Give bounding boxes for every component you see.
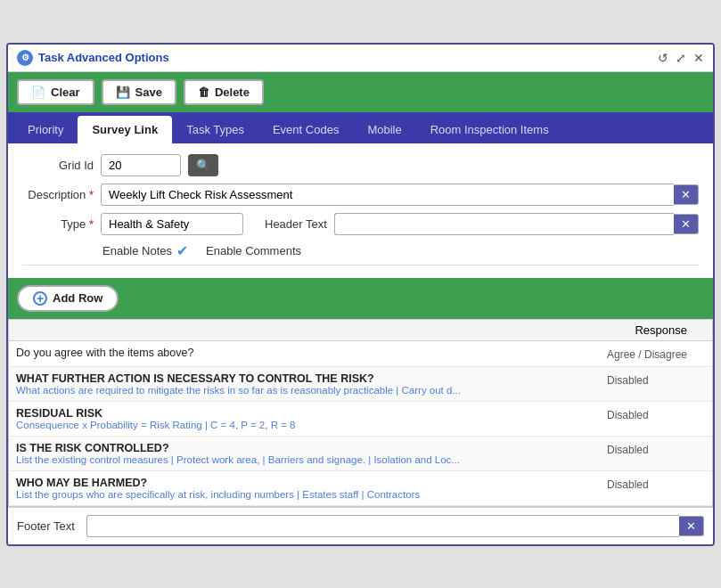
tab-survey-link[interactable]: Survey Link [78,116,172,143]
footer-input-wrap: ✕ [86,515,704,537]
plus-icon: + [33,291,47,306]
grid-header: Response [9,320,712,341]
row-content: IS THE RISK CONTROLLED? List the existin… [16,442,607,465]
footer-label: Footer Text [17,519,79,533]
row-title: WHO MAY BE HARMED? [16,477,607,489]
row-subtitle: Consequence x Probability = Risk Rating … [16,420,497,430]
tab-mobile[interactable]: Mobile [353,116,415,143]
table-row[interactable]: RESIDUAL RISK Consequence x Probability … [9,402,712,437]
clear-button[interactable]: 📄 Clear [17,79,94,105]
row-response: Disabled [607,407,705,421]
nav-tabs: Priority Survey Link Task Types Event Co… [8,112,713,143]
tab-task-types[interactable]: Task Types [172,116,258,143]
row-title: WHAT FURTHER ACTION IS NECESSARY TO CONT… [16,372,607,385]
grid-area: Response Do you agree with the items abo… [8,319,713,507]
checkboxes-row: Enable Notes ✔ Enable Comments [22,242,699,259]
expand-icon[interactable]: ⤢ [676,52,686,64]
row-subtitle: List the groups who are specifically at … [16,489,497,500]
header-text-label: Header Text [265,217,327,231]
response-header: Response [635,323,705,337]
main-window: ⚙ Task Advanced Options ↺ ⤢ ✕ 📄 Clear 💾 … [6,43,715,546]
delete-label: Delete [215,86,250,99]
description-label: Description * [22,188,94,201]
type-label: Type * [22,217,94,231]
row-response: Agree / Disagree [607,347,705,361]
header-text-clear-button[interactable]: ✕ [674,214,699,234]
window-title: Task Advanced Options [38,51,169,64]
row-subtitle: List the existing control measures | Pro… [16,454,497,465]
description-input-wrap: ✕ [101,184,699,206]
toolbar: 📄 Clear 💾 Save 🗑 Delete [8,72,713,112]
grid-id-input[interactable] [101,154,181,176]
divider [22,265,699,265]
type-input[interactable] [101,213,243,235]
table-row[interactable]: IS THE RISK CONTROLLED? List the existin… [9,437,712,471]
row-title: IS THE RISK CONTROLLED? [16,442,607,454]
settings-icon: ⚙ [17,50,33,66]
refresh-icon[interactable]: ↺ [658,52,668,64]
add-row-bar: + Add Row [8,278,713,319]
row-subtitle: What actions are required to mitigate th… [16,385,497,396]
enable-comments-label[interactable]: Enable Comments [206,244,301,257]
grid-id-label: Grid Id [22,159,94,172]
description-row: Description * ✕ [22,184,699,206]
tab-priority[interactable]: Priority [13,116,78,143]
grid-body[interactable]: Do you agree with the items above? Agree… [9,341,712,506]
footer-bar: Footer Text ✕ [8,507,713,544]
type-header-row: Type * Header Text ✕ [22,213,699,235]
save-doc-icon: 💾 [116,86,130,99]
form-area: Grid Id 🔍 Description * ✕ Type * [8,143,713,278]
search-icon: 🔍 [196,159,210,172]
row-title: Do you agree with the items above? [16,347,607,359]
save-label: Save [135,86,162,99]
tab-room-inspection[interactable]: Room Inspection Items [416,116,563,143]
delete-button[interactable]: 🗑 Delete [184,79,264,105]
header-text-input[interactable] [334,213,674,235]
row-content: WHAT FURTHER ACTION IS NECESSARY TO CONT… [16,372,607,396]
row-response: Disabled [607,442,705,456]
row-content: RESIDUAL RISK Consequence x Probability … [16,407,607,430]
header-text-input-wrap: ✕ [334,213,699,235]
row-response: Disabled [607,372,705,387]
checkmark-icon: ✔ [176,242,188,259]
description-input[interactable] [101,184,674,206]
add-row-label: Add Row [53,291,102,305]
description-clear-button[interactable]: ✕ [674,184,699,205]
search-button[interactable]: 🔍 [188,154,218,176]
title-bar-left: ⚙ Task Advanced Options [17,50,169,66]
tab-event-codes[interactable]: Event Codes [258,116,353,143]
add-row-button[interactable]: + Add Row [17,285,119,312]
enable-notes-label[interactable]: Enable Notes ✔ [102,242,188,259]
delete-bin-icon: 🗑 [198,86,209,99]
row-content: WHO MAY BE HARMED? List the groups who a… [16,477,607,500]
title-bar: ⚙ Task Advanced Options ↺ ⤢ ✕ [8,45,713,72]
grid-id-row: Grid Id 🔍 [22,154,699,176]
table-row[interactable]: WHO MAY BE HARMED? List the groups who a… [9,471,712,506]
title-bar-controls: ↺ ⤢ ✕ [658,52,704,64]
required-star: * [89,188,94,201]
close-icon[interactable]: ✕ [693,52,704,64]
clear-label: Clear [51,86,80,99]
footer-clear-button[interactable]: ✕ [679,516,704,536]
save-button[interactable]: 💾 Save [102,79,176,105]
footer-text-input[interactable] [86,515,679,537]
type-required-star: * [89,217,94,231]
row-response: Disabled [607,477,705,491]
table-row[interactable]: WHAT FURTHER ACTION IS NECESSARY TO CONT… [9,367,712,402]
row-content: Do you agree with the items above? [16,347,607,359]
clear-doc-icon: 📄 [31,86,45,99]
row-title: RESIDUAL RISK [16,407,607,420]
table-row[interactable]: Do you agree with the items above? Agree… [9,341,712,367]
